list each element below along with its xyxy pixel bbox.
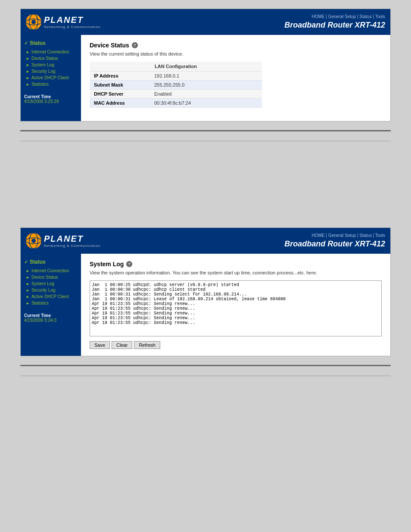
sidebar-2: Status ► Internet Connection ► Device St… bbox=[21, 254, 81, 356]
planet-subtitle-2: Networking & Communication bbox=[44, 244, 100, 248]
section-divider-2 bbox=[20, 365, 391, 366]
section-divider-1 bbox=[20, 130, 391, 131]
sidebar-item-internet-connection-1[interactable]: ► Internet Connection bbox=[24, 49, 78, 55]
sidebar-1: Status ► Internet Connection ► Device St… bbox=[21, 35, 81, 121]
arrow-icon: ► bbox=[26, 282, 30, 286]
sidebar-item-security-log-1[interactable]: ► Security Log bbox=[24, 68, 78, 75]
arrow-icon: ► bbox=[26, 56, 30, 61]
nav-general-setup[interactable]: General Setup bbox=[328, 14, 356, 19]
system-log-title: System Log bbox=[90, 261, 124, 268]
nav-status-2[interactable]: Status bbox=[359, 233, 371, 238]
sidebar-label: Active DHCP Client bbox=[31, 75, 69, 80]
arrow-icon: ► bbox=[26, 76, 30, 80]
table-cell-label: MAC Address bbox=[90, 99, 150, 108]
arrow-icon: ► bbox=[26, 63, 30, 67]
panel-body: Status ► Internet Connection ► Device St… bbox=[21, 35, 390, 121]
table-row: IP Address192.168.0.1 bbox=[90, 72, 262, 81]
nav-home-2[interactable]: HOME bbox=[311, 233, 324, 238]
sidebar-label: Device Status bbox=[31, 275, 58, 280]
nav-tools[interactable]: Tools bbox=[375, 14, 385, 19]
planet-logo-icon-2 bbox=[26, 233, 41, 249]
spacer-3 bbox=[9, 202, 402, 219]
sidebar-item-security-log-2[interactable]: ► Security Log bbox=[24, 287, 78, 293]
log-buttons: Save Clear Refresh bbox=[90, 341, 382, 349]
sidebar-section-title-2: Status bbox=[24, 259, 78, 265]
sidebar-label: Active DHCP Client bbox=[31, 294, 69, 299]
sidebar-item-system-log-2[interactable]: ► System Log bbox=[24, 280, 78, 287]
arrow-icon: ► bbox=[26, 295, 30, 299]
panel-header-2: PLANET Networking & Communication HOME |… bbox=[21, 228, 390, 254]
page-desc-2: View the system operation information. Y… bbox=[90, 270, 382, 275]
arrow-icon: ► bbox=[26, 82, 30, 87]
panel-device-status: PLANET Networking & Communication HOME |… bbox=[20, 9, 391, 121]
sidebar-item-system-log-1[interactable]: ► System Log bbox=[24, 62, 78, 68]
section-divider-1-thin bbox=[20, 141, 391, 141]
planet-subtitle: Networking & Communication bbox=[44, 25, 100, 29]
current-time-value-1: 4/19/2006 5:25:29 bbox=[24, 99, 78, 104]
table-caption: LAN Configuration bbox=[90, 62, 262, 72]
svg-point-7 bbox=[31, 239, 36, 243]
current-time-value-2: 4/19/2006 5:34:3 bbox=[24, 318, 78, 323]
device-status-title: Device Status bbox=[90, 42, 129, 49]
help-icon-2[interactable]: ? bbox=[126, 261, 132, 267]
sidebar-label: Statistics bbox=[31, 82, 49, 87]
page-heading-2: System Log ? bbox=[90, 261, 382, 268]
section-divider-2-thin bbox=[20, 376, 391, 376]
clear-button[interactable]: Clear bbox=[112, 341, 132, 349]
nav-tools-2[interactable]: Tools bbox=[375, 233, 385, 238]
page-desc-1: View the current setting status of this … bbox=[90, 51, 382, 56]
panel-header: PLANET Networking & Communication HOME |… bbox=[21, 9, 390, 35]
main-content-1: Device Status ? View the current setting… bbox=[81, 35, 390, 121]
nav-home[interactable]: HOME bbox=[311, 14, 324, 19]
table-cell-value: 255.255.255.0 bbox=[150, 81, 262, 90]
sidebar-item-statistics-1[interactable]: ► Statistics bbox=[24, 81, 78, 87]
sidebar-label: Internet Connection bbox=[31, 268, 69, 273]
sidebar-item-active-dhcp-1[interactable]: ► Active DHCP Client bbox=[24, 75, 78, 81]
table-cell-value: 00:30:4f:8c:b7:24 bbox=[150, 99, 262, 108]
system-log-textarea[interactable] bbox=[90, 280, 382, 336]
sidebar-item-device-status-2[interactable]: ► Device Status bbox=[24, 274, 78, 280]
current-time-label-1: Current Time bbox=[24, 94, 78, 99]
header-nav-2: HOME | General Setup | Status | Tools bbox=[284, 233, 385, 238]
sidebar-label: Security Log bbox=[31, 69, 56, 74]
planet-logo-icon bbox=[26, 14, 41, 30]
help-icon-1[interactable]: ? bbox=[132, 42, 138, 48]
planet-logo: PLANET Networking & Communication bbox=[26, 14, 100, 30]
sidebar-label: Statistics bbox=[31, 301, 49, 305]
svg-point-3 bbox=[31, 20, 36, 24]
current-time-label-2: Current Time bbox=[24, 313, 78, 318]
nav-status[interactable]: Status bbox=[359, 14, 371, 19]
refresh-button[interactable]: Refresh bbox=[134, 341, 160, 349]
sidebar-item-device-status-1[interactable]: ► Device Status bbox=[24, 55, 78, 62]
sidebar-label: Security Log bbox=[31, 288, 56, 292]
nav-general-setup-2[interactable]: General Setup bbox=[328, 233, 356, 238]
planet-logo-2: PLANET Networking & Communication bbox=[26, 233, 100, 249]
arrow-icon: ► bbox=[26, 269, 30, 273]
header-right: HOME | General Setup | Status | Tools Br… bbox=[284, 14, 385, 30]
planet-name-2: PLANET bbox=[44, 234, 100, 244]
main-content-2: System Log ? View the system operation i… bbox=[81, 254, 390, 356]
arrow-icon: ► bbox=[26, 288, 30, 292]
header-right-2: HOME | General Setup | Status | Tools Br… bbox=[284, 233, 385, 249]
arrow-icon: ► bbox=[26, 275, 30, 280]
panel-body-2: Status ► Internet Connection ► Device St… bbox=[21, 254, 390, 356]
table-cell-label: Subnet Mask bbox=[90, 81, 150, 90]
spacer-1 bbox=[9, 150, 402, 167]
table-row: Subnet Mask255.255.255.0 bbox=[90, 81, 262, 90]
sidebar-item-internet-connection-2[interactable]: ► Internet Connection bbox=[24, 268, 78, 274]
save-button[interactable]: Save bbox=[90, 341, 110, 349]
router-title: Broadband Router XRT-412 bbox=[284, 21, 385, 30]
arrow-icon: ► bbox=[26, 50, 30, 54]
sidebar-item-active-dhcp-2[interactable]: ► Active DHCP Client bbox=[24, 293, 78, 300]
header-nav: HOME | General Setup | Status | Tools bbox=[284, 14, 385, 19]
sidebar-item-statistics-2[interactable]: ► Statistics bbox=[24, 300, 78, 306]
sidebar-label: System Log bbox=[31, 281, 54, 286]
sidebar-label: Internet Connection bbox=[31, 50, 69, 54]
spacer-2 bbox=[9, 176, 402, 193]
table-cell-value: Enabled bbox=[150, 90, 262, 99]
sidebar-label: System Log bbox=[31, 62, 54, 67]
planet-name: PLANET bbox=[44, 15, 100, 25]
panel-system-log: PLANET Networking & Communication HOME |… bbox=[20, 227, 391, 356]
sidebar-section-title-1: Status bbox=[24, 40, 78, 46]
table-row: MAC Address00:30:4f:8c:b7:24 bbox=[90, 99, 262, 108]
